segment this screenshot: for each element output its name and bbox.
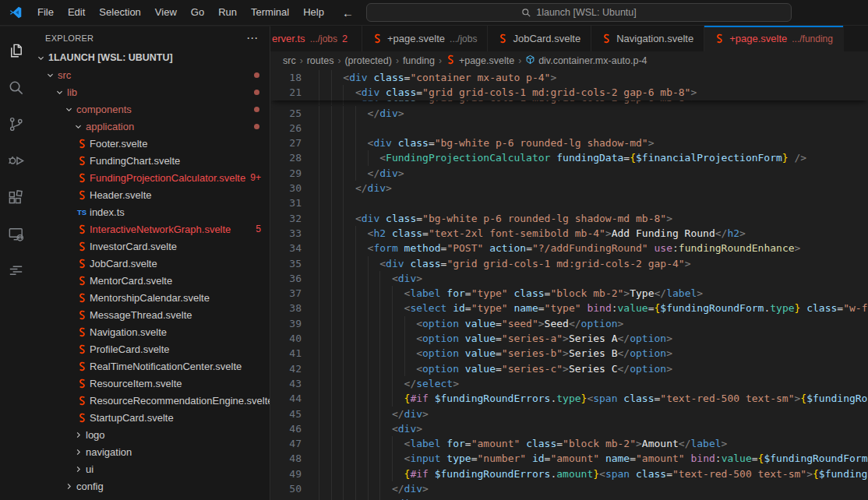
breadcrumb-item-funding[interactable]: funding <box>403 55 435 66</box>
tree-item-src[interactable]: src <box>31 66 270 83</box>
tree-item-1launch-wsl-ubuntu-[interactable]: 1LAUNCH [WSL: UBUNTU] <box>31 49 270 66</box>
code-line-28[interactable]: 28<FundingProjectionCalculator fundingDa… <box>270 150 868 165</box>
tree-item-navigation-svelte[interactable]: Navigation.svelte <box>31 323 270 340</box>
tree-item-ui[interactable]: ui <box>31 460 270 477</box>
breadcrumb-item-src[interactable]: src <box>283 55 296 66</box>
menu-edit[interactable]: Edit <box>61 4 92 21</box>
menu-view[interactable]: View <box>148 4 184 21</box>
tree-item-startupcard-svelte[interactable]: StartupCard.svelte <box>31 409 270 426</box>
breadcrumb-item--protected-[interactable]: (protected) <box>344 55 391 66</box>
code-line-43[interactable]: 43</select> <box>270 376 868 391</box>
code-line-45[interactable]: 45</div> <box>270 407 868 421</box>
code-line-25[interactable]: 25</div> <box>270 106 868 121</box>
tree-item-profilecard-svelte[interactable]: ProfileCard.svelte <box>31 340 270 357</box>
code-line-44[interactable]: 44{#if $fundingRoundErrors.type}<span cl… <box>270 391 868 406</box>
tab--page-svelte[interactable]: +page.svelte.../jobs <box>362 26 488 51</box>
code-editor[interactable]: 18<div class="container mx-auto p-4">21<… <box>270 70 868 500</box>
svelte-file-icon <box>75 276 89 286</box>
code-line-36[interactable]: 36<div> <box>270 271 868 286</box>
breadcrumb-item--page-svelte[interactable]: +page.svelte <box>446 55 514 67</box>
extensions-icon[interactable] <box>0 179 31 216</box>
tree-item-jobcard-svelte[interactable]: JobCard.svelte <box>31 255 270 272</box>
code-line-32[interactable]: 32<div class="bg-white p-6 rounded-lg sh… <box>270 211 868 226</box>
tab-erver-ts[interactable]: erver.ts.../jobs2 <box>270 26 362 51</box>
code-line-21[interactable]: 21<div class="grid grid-cols-1 md:grid-c… <box>270 85 868 100</box>
breadcrumb-item-div-container-mx-auto-p-4[interactable]: div.container.mx-auto.p-4 <box>525 55 647 67</box>
tree-item-footer-svelte[interactable]: Footer.svelte <box>31 135 270 152</box>
modified-dot <box>254 124 259 129</box>
tab-label: +page.svelte <box>729 33 787 44</box>
menu-terminal[interactable]: Terminal <box>244 4 296 21</box>
tree-item-label: config <box>76 481 104 492</box>
menu-run[interactable]: Run <box>211 4 244 21</box>
tree-item-lib[interactable]: lib <box>31 83 270 100</box>
tree-item-realtimenotificationcenter-svelte[interactable]: RealTimeNotificationCenter.svelte <box>31 357 270 375</box>
code-line-37[interactable]: 37<label for="type" class="block mb-2">T… <box>270 286 868 301</box>
tree-item-index-ts[interactable]: TSindex.ts <box>31 203 270 220</box>
menu-help[interactable]: Help <box>296 4 331 21</box>
files-icon[interactable] <box>0 33 31 69</box>
search-icon[interactable] <box>0 69 31 106</box>
tree-item-resourceitem-svelte[interactable]: ResourceItem.svelte <box>31 375 270 392</box>
svelte-file-icon <box>75 361 89 371</box>
code-line-29[interactable]: 29</div> <box>270 166 868 181</box>
tree-item-investorcard-svelte[interactable]: InvestorCard.svelte <box>31 238 270 255</box>
code-line-31[interactable]: 31 <box>270 195 868 210</box>
outline-lines-icon[interactable] <box>0 252 31 289</box>
back-button[interactable]: ← <box>342 6 354 19</box>
code-line-41[interactable]: 41<option value="series-b">Series B</opt… <box>270 346 868 361</box>
tree-item-fundingprojectioncalculator-svelte[interactable]: FundingProjectionCalculator.svelte9+ <box>31 169 270 186</box>
tree-item-messagethread-svelte[interactable]: MessageThread.svelte <box>31 306 270 323</box>
tree-item-logo[interactable]: logo <box>31 426 270 443</box>
svelte-file-icon <box>75 156 89 166</box>
tree-item-mentorcard-svelte[interactable]: MentorCard.svelte <box>31 272 270 289</box>
code-line-49[interactable]: 49{#if $fundingRoundErrors.amount}<span … <box>270 467 868 481</box>
svelte-file-icon <box>75 396 89 406</box>
code-line-33[interactable]: 33<h2 class="text-2xl font-semibold mb-4… <box>270 226 868 241</box>
tree-item-resourcerecommendationengine-svelte[interactable]: ResourceRecommendationEngine.svelte <box>31 392 270 409</box>
menu-selection[interactable]: Selection <box>92 4 147 21</box>
code-line-51[interactable]: 51<div> <box>270 496 868 500</box>
more-actions-button[interactable]: ⋯ <box>246 31 259 45</box>
code-line-34[interactable]: 34<form method="POST" action="?/addFundi… <box>270 241 868 255</box>
code-line-26[interactable]: 26 <box>270 121 868 136</box>
chevron-right-icon <box>72 448 85 456</box>
code-line-27[interactable]: 27<div class="bg-white p-6 rounded-lg sh… <box>270 136 868 150</box>
vscode-logo <box>9 5 23 19</box>
tree-item-components[interactable]: components <box>31 100 270 118</box>
code-line-18[interactable]: 18<div class="container mx-auto p-4"> <box>270 70 868 85</box>
menu-file[interactable]: File <box>30 4 61 21</box>
code-line-48[interactable]: 48<input type="number" id="amount" name=… <box>270 451 868 466</box>
tree-item-label: StartupCard.svelte <box>89 412 174 424</box>
tree-item-label: ui <box>85 463 94 475</box>
remote-explorer-icon[interactable] <box>0 216 31 252</box>
code-line-40[interactable]: 40<option value="series-a">Series A</opt… <box>270 331 868 346</box>
line-number: 32 <box>270 211 302 226</box>
code-line-30[interactable]: 30</div> <box>270 181 868 195</box>
menu-go[interactable]: Go <box>184 4 211 21</box>
tree-item-navigation[interactable]: navigation <box>31 443 270 460</box>
svelte-file-icon <box>75 173 89 183</box>
tree-item-config[interactable]: config <box>31 477 270 495</box>
run-debug-icon[interactable] <box>0 143 31 179</box>
tree-item-application[interactable]: application <box>31 118 270 135</box>
source-control-icon[interactable] <box>0 106 31 143</box>
breadcrumb-label: src <box>283 55 296 66</box>
tab-jobcard-svelte[interactable]: JobCard.svelte <box>488 26 591 51</box>
tree-item-header-svelte[interactable]: Header.svelte <box>31 186 270 203</box>
code-line-46[interactable]: 46<div> <box>270 421 868 436</box>
tab--page-svelte[interactable]: +page.svelte.../funding <box>704 26 844 51</box>
code-line-35[interactable]: 35<div class="grid grid-cols-1 md:grid-c… <box>270 256 868 271</box>
code-line-50[interactable]: 50</div> <box>270 481 868 496</box>
tree-item-mentorshipcalendar-svelte[interactable]: MentorshipCalendar.svelte <box>31 289 270 306</box>
code-line-42[interactable]: 42<option value="series-c">Series C</opt… <box>270 361 868 376</box>
code-line-47[interactable]: 47<label for="amount" class="block mb-2"… <box>270 436 868 451</box>
breadcrumb-item-routes[interactable]: routes <box>307 55 334 66</box>
code-line-38[interactable]: 38<select id="type" name="type" bind:val… <box>270 301 868 315</box>
code-line-occluded[interactable]: <div class="grid grid-cols-1 md:grid-col… <box>270 100 868 106</box>
tree-item-fundingchart-svelte[interactable]: FundingChart.svelte <box>31 152 270 169</box>
tree-item-interactivenetworkgraph-svelte[interactable]: InteractiveNetworkGraph.svelte5 <box>31 220 270 238</box>
tab-navigation-svelte[interactable]: Navigation.svelte <box>591 26 704 51</box>
command-center-search[interactable]: 1launch [WSL: Ubuntu] <box>366 3 792 22</box>
code-line-39[interactable]: 39<option value="seed">Seed</option> <box>270 316 868 331</box>
